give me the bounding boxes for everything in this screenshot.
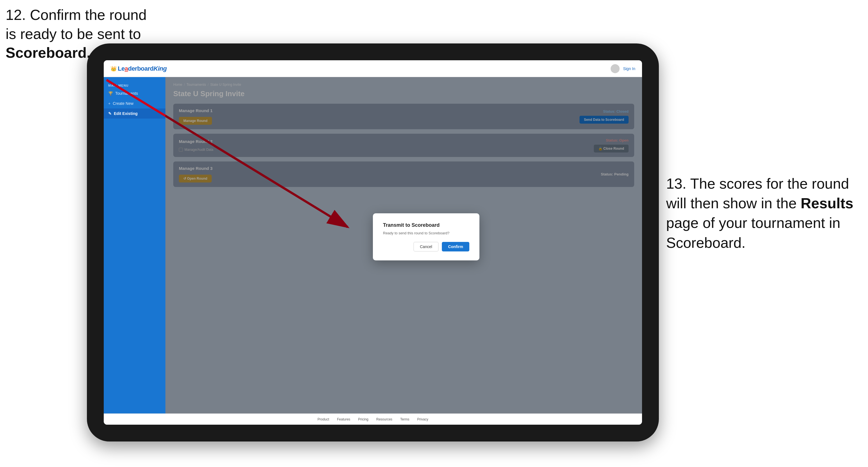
screen-footer: Product Features Pricing Resources Terms… [104, 413, 642, 425]
content-area: Home / Tournaments / State U Spring Invi… [165, 77, 642, 413]
logo-leader: Le [118, 65, 125, 72]
modal-box: Transmit to Scoreboard Ready to send thi… [373, 213, 479, 260]
sign-in-link[interactable]: Sign In [623, 66, 635, 71]
step13-annotation: 13. The scores for the round will then s… [666, 174, 862, 253]
trophy-icon: 🏆 [108, 91, 113, 96]
footer-privacy[interactable]: Privacy [417, 417, 428, 421]
nav-right: Sign In [611, 64, 635, 73]
footer-pricing[interactable]: Pricing [358, 417, 368, 421]
step12-text: 12. Confirm the round is ready to be sen… [6, 6, 147, 43]
sidebar-section-label: MAIN MENU [104, 82, 165, 88]
avatar [611, 64, 620, 73]
logo-king: King [154, 65, 167, 72]
sidebar-item-edit-existing[interactable]: ✎ Edit Existing [104, 108, 165, 119]
footer-terms[interactable]: Terms [400, 417, 409, 421]
modal-buttons: Cancel Confirm [383, 242, 469, 251]
top-nav: 👑 LeaderboardKing Sign In [104, 60, 642, 77]
modal-title: Transmit to Scoreboard [383, 222, 469, 228]
step13-bold: Results [801, 195, 854, 211]
modal-cancel-button[interactable]: Cancel [413, 242, 439, 251]
footer-resources[interactable]: Resources [376, 417, 392, 421]
sidebar-create-new-label: Create New [113, 101, 133, 106]
logo-text: LeaderboardKing [118, 65, 167, 72]
modal-overlay: Transmit to Scoreboard Ready to send thi… [165, 77, 642, 413]
sidebar-edit-existing-label: Edit Existing [114, 111, 138, 116]
logo-area: 👑 LeaderboardKing [111, 65, 167, 72]
step12-annotation: 12. Confirm the round is ready to be sen… [6, 6, 147, 63]
logo-crown-icon: 👑 [111, 66, 117, 72]
sidebar-item-create-new[interactable]: + Create New [104, 98, 165, 108]
modal-confirm-button[interactable]: Confirm [442, 242, 469, 251]
footer-features[interactable]: Features [337, 417, 350, 421]
plus-icon: + [108, 101, 111, 106]
footer-product[interactable]: Product [318, 417, 329, 421]
logo-a: a [125, 65, 128, 72]
sidebar-item-tournaments[interactable]: 🏆 Tournaments [104, 88, 165, 98]
sidebar-tournaments-label: Tournaments [115, 91, 138, 96]
edit-icon: ✎ [108, 111, 112, 116]
modal-subtitle: Ready to send this round to Scoreboard? [383, 231, 469, 235]
tablet-frame: 👑 LeaderboardKing Sign In MAIN MENU 🏆 To… [87, 43, 659, 441]
logo-derboard: derboard [128, 65, 153, 72]
main-layout: MAIN MENU 🏆 Tournaments + Create New ✎ E… [104, 77, 642, 413]
step12-bold: Scoreboard. [6, 44, 91, 61]
step13-suffix: page of your tournament in Scoreboard. [666, 215, 840, 251]
tablet-screen: 👑 LeaderboardKing Sign In MAIN MENU 🏆 To… [104, 60, 642, 425]
sidebar: MAIN MENU 🏆 Tournaments + Create New ✎ E… [104, 77, 165, 413]
